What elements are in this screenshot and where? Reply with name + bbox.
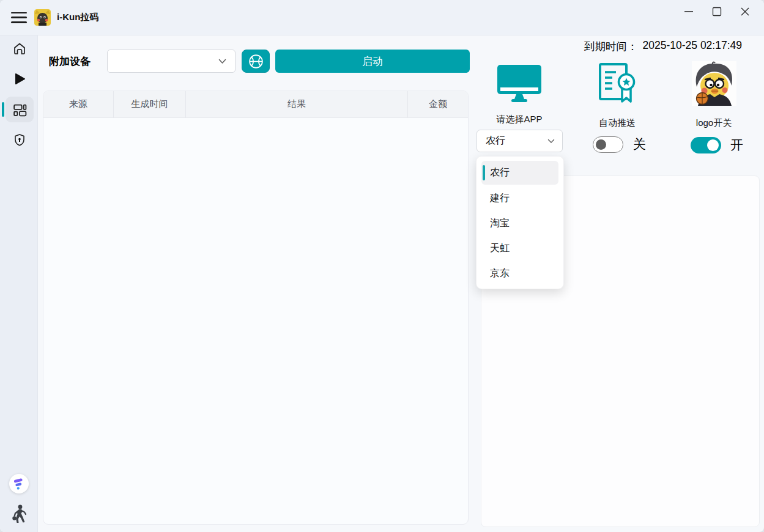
dropdown-option-label: 天虹	[490, 242, 510, 255]
certificate-icon	[598, 62, 637, 104]
basketball-icon	[248, 53, 264, 70]
toggle-knob	[707, 139, 719, 151]
app-select-dropdown: 农行 建行 淘宝 天虹 京东	[476, 156, 564, 289]
results-table: 来源 生成时间 结果 金额	[43, 91, 469, 525]
sidebar	[0, 35, 38, 532]
sidebar-item-home[interactable]	[6, 36, 34, 62]
dropdown-option-selected[interactable]: 农行	[481, 161, 558, 185]
app-select-value: 农行	[486, 135, 547, 147]
basketball-button[interactable]	[242, 50, 270, 73]
sidebar-item-run[interactable]	[6, 66, 34, 92]
play-icon	[12, 72, 27, 86]
minimize-icon	[681, 4, 696, 19]
sidebar-footer-logo[interactable]	[0, 474, 38, 493]
shield-lock-icon	[12, 133, 27, 147]
dropdown-option[interactable]: 京东	[477, 261, 563, 286]
dropdown-option[interactable]: 天虹	[477, 236, 563, 261]
auto-push-label: 自动推送	[574, 117, 660, 129]
home-icon	[12, 42, 27, 56]
grid-icon	[12, 102, 28, 117]
auto-push-state: 关	[633, 136, 646, 153]
flow-logo-icon	[12, 477, 26, 490]
sidebar-item-dashboard[interactable]	[6, 97, 34, 122]
expiry-label: 到期时间：	[584, 39, 638, 54]
table-header-amount[interactable]: 金额	[408, 91, 468, 117]
dropdown-option-label: 淘宝	[490, 217, 510, 230]
table-body-empty	[43, 118, 468, 525]
basketball-player-icon	[10, 504, 28, 525]
auto-push-toggle[interactable]	[593, 136, 623, 153]
window-controls	[675, 1, 759, 22]
table-header-result[interactable]: 结果	[186, 91, 408, 117]
window-title: i-Kun拉码	[57, 12, 98, 23]
maximize-button[interactable]	[703, 1, 731, 22]
close-icon	[738, 4, 752, 19]
device-select[interactable]	[107, 50, 236, 73]
logo-switch-state: 开	[730, 136, 743, 153]
maximize-icon	[710, 4, 724, 19]
app-picker-label: 请选择APP	[477, 114, 562, 125]
app-select[interactable]: 农行	[477, 130, 563, 152]
dropdown-option[interactable]: 建行	[477, 186, 563, 211]
dropdown-option-label: 京东	[490, 267, 510, 280]
sidebar-item-security[interactable]	[6, 127, 34, 153]
expiry-value: 2025-10-25 02:17:49	[643, 39, 743, 54]
selected-option-indicator	[483, 165, 485, 180]
start-button[interactable]: 启动	[275, 50, 470, 73]
titlebar: i-Kun拉码	[0, 0, 764, 35]
sidebar-active-indicator	[2, 102, 4, 117]
dropdown-option-label: 农行	[490, 166, 510, 179]
chevron-down-icon	[218, 59, 226, 64]
toggle-knob	[596, 139, 606, 150]
table-header-row: 来源 生成时间 结果 金额	[43, 91, 468, 118]
dropdown-option-label: 建行	[490, 192, 510, 205]
close-button[interactable]	[731, 1, 759, 22]
table-header-time[interactable]: 生成时间	[114, 91, 186, 117]
sidebar-footer-player[interactable]	[0, 504, 38, 525]
logo-switch-label: logo开关	[671, 117, 757, 129]
app-window: i-Kun拉码	[0, 0, 764, 532]
expiry-time: 到期时间： 2025-10-25 02:17:49	[584, 39, 742, 54]
app-logo-icon	[34, 9, 51, 26]
table-header-source[interactable]: 来源	[43, 91, 114, 117]
hamburger-menu-icon[interactable]	[11, 12, 27, 24]
logo-switch-toggle[interactable]	[691, 137, 721, 153]
dropdown-option[interactable]: 淘宝	[477, 211, 563, 236]
chevron-down-icon	[547, 139, 555, 144]
attached-device-label: 附加设备	[49, 54, 91, 68]
monitor-icon	[496, 65, 543, 103]
minimize-button[interactable]	[675, 1, 703, 22]
kun-avatar-image	[692, 61, 736, 106]
